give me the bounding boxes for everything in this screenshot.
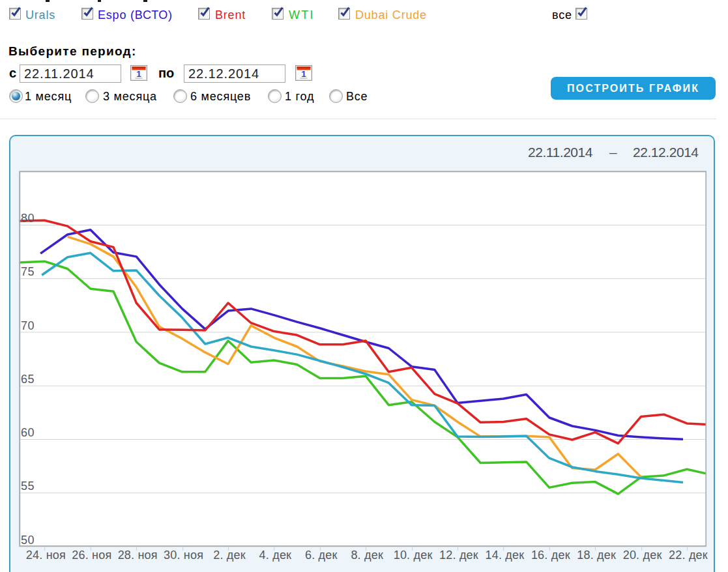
svg-text:1: 1 (136, 69, 141, 79)
svg-text:1: 1 (301, 69, 306, 79)
